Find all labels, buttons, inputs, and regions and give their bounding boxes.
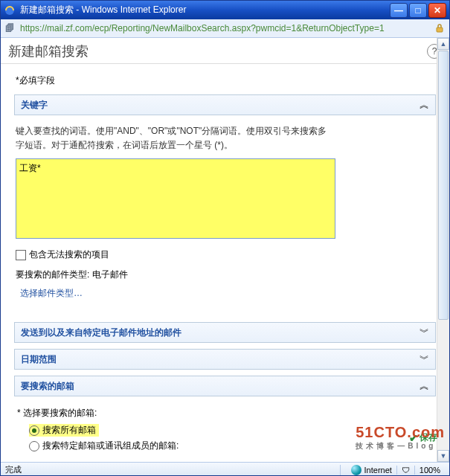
section-header-mailboxes[interactable]: 要搜索的邮箱 ︽ (14, 376, 436, 396)
maximize-button[interactable]: □ (409, 3, 427, 18)
protected-mode-icon: 🛡 (396, 466, 414, 475)
collapse-icon: ︽ (420, 98, 429, 112)
svg-rect-1 (437, 28, 443, 32)
keywords-input[interactable] (16, 158, 335, 239)
window-title: 新建邮箱搜索 - Windows Internet Explorer (20, 4, 186, 16)
status-zone: Internet (364, 466, 392, 475)
internet-zone-icon (351, 465, 361, 475)
include-unsearchable-label: 包含无法搜索的项目 (29, 248, 109, 261)
section-header-keywords[interactable]: 关键字 ︽ (14, 94, 436, 115)
address-bar: 🗐 https://mail.zf.com/ecp/Reporting/NewM… (1, 19, 449, 38)
radio-search-all[interactable] (29, 425, 39, 436)
title-bar: 新建邮箱搜索 - Windows Internet Explorer — □ ✕ (1, 1, 449, 19)
mail-types-value: 电子邮件 (92, 269, 128, 280)
select-mail-types-link[interactable]: 选择邮件类型… (16, 284, 87, 303)
section-title: 日期范围 (21, 353, 57, 366)
section-title: 要搜索的邮箱 (21, 380, 74, 393)
vertical-scrollbar[interactable]: ▲ ▼ (437, 38, 449, 462)
mail-types-label: 要搜索的邮件类型: (16, 269, 89, 280)
radio-search-specific[interactable] (29, 441, 39, 451)
save-label: 保存 (420, 431, 437, 444)
scroll-down-button[interactable]: ▼ (437, 450, 449, 462)
page-title: 新建邮箱搜索 (8, 42, 89, 60)
status-done: 完成 (5, 464, 22, 475)
collapse-icon: ︽ (420, 379, 429, 393)
browser-window: 新建邮箱搜索 - Windows Internet Explorer — □ ✕… (0, 0, 450, 476)
page-header: 新建邮箱搜索 ? (1, 38, 449, 63)
section-title: 发送到以及来自特定电子邮件地址的邮件 (21, 327, 181, 339)
checkmark-icon: ✔ (409, 432, 418, 444)
status-bar: 完成 Internet 🛡 100% (1, 462, 449, 476)
save-button[interactable]: ✔ 保存 (409, 431, 437, 444)
section-body-keywords: 键入要查找的词语。使用"AND"、"OR"或"NOT"分隔词语。使用双引号来搜索… (14, 115, 436, 306)
close-button[interactable]: ✕ (428, 3, 446, 18)
url-text[interactable]: https://mail.zf.com/ecp/Reporting/NewMai… (20, 23, 433, 33)
radio-search-all-label: 搜索所有邮箱 (42, 424, 96, 437)
ie-logo-icon (4, 4, 16, 16)
section-header-daterange[interactable]: 日期范围 ︾ (14, 349, 436, 370)
keywords-help-text: 键入要查找的词语。使用"AND"、"OR"或"NOT"分隔词语。使用双引号来搜索… (16, 124, 335, 152)
status-zoom[interactable]: 100% (414, 466, 445, 475)
lock-icon (433, 22, 446, 35)
section-title: 关键字 (21, 99, 48, 112)
expand-icon: ︾ (420, 353, 429, 366)
scroll-up-button[interactable]: ▲ (437, 38, 449, 50)
radio-search-specific-label: 搜索特定邮箱或通讯组成员的邮箱: (42, 440, 179, 452)
select-mailbox-label: * 选择要搜索的邮箱: (17, 407, 434, 419)
include-unsearchable-checkbox[interactable] (16, 250, 26, 260)
section-body-mailboxes: * 选择要搜索的邮箱: 搜索所有邮箱 搜索特定邮箱或通讯组成员的邮箱: (14, 396, 436, 457)
page-icon: 🗐 (4, 22, 16, 34)
minimize-button[interactable]: — (390, 3, 408, 18)
section-header-sendto[interactable]: 发送到以及来自特定电子邮件地址的邮件 ︾ (14, 322, 436, 343)
content-area: 新建邮箱搜索 ? *必填字段 关键字 ︽ 键入要查找的词语。使用"AND"、"O… (1, 38, 449, 462)
scrollbar-thumb[interactable] (438, 51, 449, 320)
required-fields-note: *必填字段 (16, 74, 436, 87)
expand-icon: ︾ (420, 326, 429, 339)
